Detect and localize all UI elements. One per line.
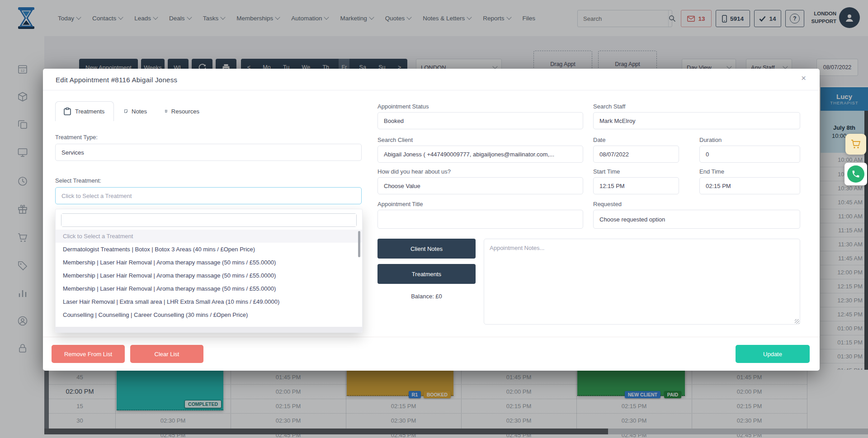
update-button[interactable]: Update [736, 345, 810, 363]
treatment-type-label: Treatment Type: [55, 134, 98, 141]
appointment-title-label: Appointment Title [377, 201, 423, 207]
date-input[interactable]: 08/07/2022 [593, 146, 679, 163]
dropdown-option[interactable]: Membership | Laser Hair Removal | Aroma … [56, 282, 362, 295]
footer-divider [43, 337, 820, 337]
search-staff-label: Search Staff [593, 103, 625, 110]
requested-label: Requested [593, 201, 622, 207]
note-icon [124, 108, 127, 115]
date-field-value: 08/07/2022 [599, 151, 629, 158]
dropdown-footer [56, 327, 362, 332]
hear-about-select[interactable]: Choose Value [377, 177, 583, 194]
dropdown-option[interactable]: Laser Hair Removal | Extra small area | … [56, 295, 362, 308]
appointment-status-value: Booked [384, 118, 404, 124]
floating-phone-button[interactable] [844, 163, 867, 185]
end-time-label: End Time [699, 168, 724, 175]
balance-text: Balance: £0 [377, 293, 476, 300]
appointment-title-input [377, 210, 583, 229]
dropdown-search-input[interactable] [61, 214, 356, 226]
select-treatment-label: Select Treatment: [55, 177, 101, 184]
tab-resources[interactable]: Resources [157, 101, 208, 121]
modal-title: Edit Appointment #8116 Abigail Joness [56, 76, 177, 84]
duration-value: 0 [706, 151, 709, 158]
start-time-label: Start Time [593, 168, 620, 175]
start-time-input[interactable]: 12:15 PM [593, 177, 679, 194]
tab-treatments[interactable]: Treatments [55, 101, 114, 121]
dropdown-scrollbar[interactable] [358, 231, 360, 257]
duration-input[interactable]: 0 [699, 146, 800, 163]
tab-notes[interactable]: Notes [116, 101, 155, 121]
clipboard-icon [64, 108, 71, 115]
start-time-value: 12:15 PM [599, 183, 625, 189]
date-label: Date [593, 137, 605, 143]
dropdown-search [61, 213, 357, 227]
dropdown-option[interactable]: Click to Select a Treatment [56, 230, 362, 243]
search-client-value: Abigail Joness ( +447490009777, abigailj… [384, 151, 554, 158]
dropdown-option[interactable]: Membership | Laser Hair Removal | Aroma … [56, 269, 362, 282]
tab-label: Resources [171, 108, 199, 115]
search-staff-value: Mark McElroy [599, 118, 635, 124]
appointment-status-select[interactable]: Booked [377, 112, 583, 129]
dropdown-option[interactable]: Counselling | Counselling | Career Couns… [56, 308, 362, 321]
search-client-label: Search Client [377, 137, 413, 143]
search-staff-select[interactable]: Mark McElroy [593, 112, 800, 129]
end-time-input[interactable]: 02:15 PM [699, 177, 800, 194]
app-root: Today Contacts Leads Deals Tasks Members… [0, 0, 868, 438]
client-notes-button[interactable]: Client Notes [377, 239, 476, 259]
dropdown-options: Click to Select a Treatment Dermatologis… [56, 230, 362, 321]
treatment-type-select[interactable]: Services [55, 144, 362, 161]
appointment-status-label: Appointment Status [377, 103, 429, 110]
search-client-input[interactable]: Abigail Joness ( +447490009777, abigailj… [377, 146, 583, 163]
hear-about-label: How did you hear about us? [377, 168, 451, 175]
divider [43, 90, 820, 90]
building-icon [165, 108, 167, 115]
textarea-resize-handle[interactable] [795, 319, 799, 324]
edit-appointment-modal: Edit Appointment #8116 Abigail Joness × … [43, 69, 820, 371]
dropdown-option[interactable]: Dermatologist Treatments | Botox | Botox… [56, 243, 362, 256]
phone-icon [851, 170, 860, 179]
appointment-title-field[interactable] [384, 216, 577, 223]
treatment-dropdown: Click to Select a Treatment Dermatologis… [55, 209, 363, 333]
remove-from-list-button[interactable]: Remove From List [52, 345, 125, 363]
phone-circle [847, 165, 864, 183]
close-icon[interactable]: × [801, 73, 806, 83]
hear-about-value: Choose Value [384, 183, 420, 189]
requested-value: Choose requested option [599, 216, 665, 223]
treatment-type-value: Services [61, 149, 84, 156]
dropdown-option[interactable]: Membership | Laser Hair Removal | Aroma … [56, 256, 362, 269]
treatments-button[interactable]: Treatments [377, 264, 476, 284]
tab-label: Treatments [75, 108, 104, 115]
floating-cart-button[interactable] [845, 134, 866, 155]
end-time-value: 02:15 PM [706, 183, 731, 189]
clear-list-button[interactable]: Clear List [130, 345, 203, 363]
cart-icon [850, 139, 861, 150]
requested-select[interactable]: Choose requested option [593, 210, 800, 229]
tab-label: Notes [132, 108, 147, 115]
duration-label: Duration [699, 137, 722, 143]
select-treatment-combobox[interactable]: Click to Select a Treatment [55, 187, 362, 204]
select-treatment-placeholder: Click to Select a Treatment [61, 193, 132, 199]
appointment-notes-textarea[interactable] [484, 239, 800, 325]
